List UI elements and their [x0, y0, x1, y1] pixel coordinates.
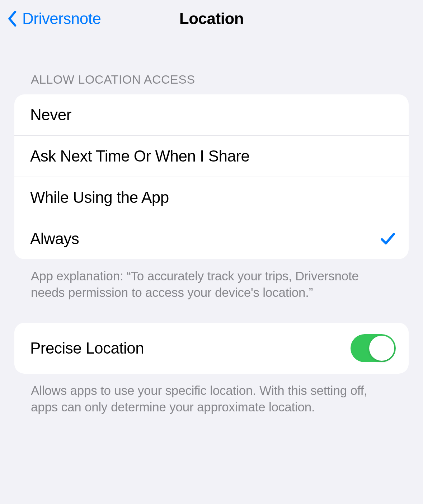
- spacer: [0, 300, 423, 323]
- option-label: While Using the App: [30, 188, 169, 206]
- chevron-left-icon: [7, 11, 18, 27]
- option-label: Never: [30, 106, 71, 124]
- option-while-using[interactable]: While Using the App: [14, 177, 409, 218]
- navigation-bar: Driversnote Location: [0, 0, 423, 41]
- precise-location-group: Precise Location: [14, 323, 409, 374]
- section-header-location-access: ALLOW LOCATION ACCESS: [0, 41, 423, 94]
- option-label: Always: [30, 230, 79, 248]
- option-never[interactable]: Never: [14, 94, 409, 136]
- option-always[interactable]: Always: [14, 218, 409, 259]
- precise-location-label: Precise Location: [30, 339, 144, 357]
- location-access-group: Never Ask Next Time Or When I Share Whil…: [14, 94, 409, 259]
- back-label: Driversnote: [22, 10, 101, 28]
- section-footer-explanation: App explanation: “To accurately track yo…: [0, 259, 423, 300]
- page-title: Location: [179, 10, 244, 28]
- section-footer-precise: Allows apps to use your specific locatio…: [0, 374, 423, 415]
- option-ask-next-time[interactable]: Ask Next Time Or When I Share: [14, 136, 409, 177]
- back-button[interactable]: Driversnote: [7, 10, 101, 28]
- toggle-knob: [369, 336, 394, 361]
- precise-location-toggle[interactable]: [351, 334, 396, 362]
- checkmark-icon: [380, 231, 396, 247]
- precise-location-row[interactable]: Precise Location: [14, 323, 409, 374]
- option-label: Ask Next Time Or When I Share: [30, 147, 249, 165]
